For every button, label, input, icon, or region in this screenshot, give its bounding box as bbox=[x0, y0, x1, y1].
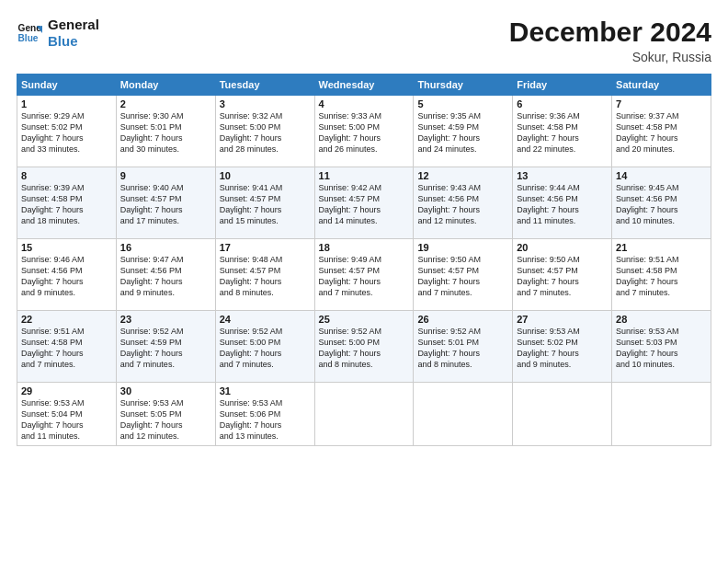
day-number: 20 bbox=[517, 242, 608, 253]
day-info: Sunrise: 9:47 AM Sunset: 4:56 PM Dayligh… bbox=[120, 254, 211, 299]
calendar-page: General Blue General Blue December 2024 … bbox=[0, 0, 728, 563]
day-number: 7 bbox=[616, 98, 707, 109]
day-number: 19 bbox=[417, 242, 508, 253]
day-info: Sunrise: 9:52 AM Sunset: 5:00 PM Dayligh… bbox=[220, 326, 311, 371]
day-number: 4 bbox=[319, 98, 410, 109]
day-number: 26 bbox=[417, 314, 508, 325]
calendar-cell: 12Sunrise: 9:43 AM Sunset: 4:56 PM Dayli… bbox=[414, 167, 513, 239]
calendar-cell: 4Sunrise: 9:33 AM Sunset: 5:00 PM Daylig… bbox=[314, 96, 414, 167]
day-number: 25 bbox=[319, 314, 410, 325]
day-number: 18 bbox=[319, 242, 410, 253]
day-info: Sunrise: 9:49 AM Sunset: 4:57 PM Dayligh… bbox=[319, 254, 410, 299]
month-title: December 2024 bbox=[509, 17, 711, 48]
day-info: Sunrise: 9:40 AM Sunset: 4:57 PM Dayligh… bbox=[120, 182, 211, 227]
day-info: Sunrise: 9:44 AM Sunset: 4:56 PM Dayligh… bbox=[517, 182, 608, 227]
logo-blue: Blue bbox=[48, 33, 99, 50]
day-number: 9 bbox=[120, 170, 211, 181]
calendar-cell bbox=[513, 383, 612, 446]
day-info: Sunrise: 9:37 AM Sunset: 4:58 PM Dayligh… bbox=[616, 110, 707, 155]
calendar-cell: 11Sunrise: 9:42 AM Sunset: 4:57 PM Dayli… bbox=[314, 167, 414, 239]
calendar-cell: 22Sunrise: 9:51 AM Sunset: 4:58 PM Dayli… bbox=[17, 311, 117, 383]
weekday-thursday: Thursday bbox=[414, 75, 513, 96]
week-row-4: 22Sunrise: 9:51 AM Sunset: 4:58 PM Dayli… bbox=[17, 311, 711, 383]
day-number: 16 bbox=[120, 242, 211, 253]
day-info: Sunrise: 9:52 AM Sunset: 4:59 PM Dayligh… bbox=[120, 326, 211, 371]
calendar-cell: 26Sunrise: 9:52 AM Sunset: 5:01 PM Dayli… bbox=[414, 311, 513, 383]
calendar-cell: 17Sunrise: 9:48 AM Sunset: 4:57 PM Dayli… bbox=[215, 239, 314, 311]
logo: General Blue General Blue bbox=[17, 17, 99, 50]
calendar-cell: 9Sunrise: 9:40 AM Sunset: 4:57 PM Daylig… bbox=[116, 167, 215, 239]
calendar-cell: 31Sunrise: 9:53 AM Sunset: 5:06 PM Dayli… bbox=[215, 383, 314, 446]
day-info: Sunrise: 9:29 AM Sunset: 5:02 PM Dayligh… bbox=[21, 110, 112, 155]
weekday-tuesday: Tuesday bbox=[215, 75, 314, 96]
day-info: Sunrise: 9:53 AM Sunset: 5:05 PM Dayligh… bbox=[120, 397, 211, 442]
day-info: Sunrise: 9:41 AM Sunset: 4:57 PM Dayligh… bbox=[220, 182, 311, 227]
day-number: 2 bbox=[120, 98, 211, 109]
location: Sokur, Russia bbox=[509, 50, 711, 64]
day-number: 31 bbox=[220, 385, 311, 396]
header: General Blue General Blue December 2024 … bbox=[17, 17, 711, 64]
logo-icon: General Blue bbox=[17, 20, 42, 46]
day-info: Sunrise: 9:46 AM Sunset: 4:56 PM Dayligh… bbox=[21, 254, 112, 299]
calendar-cell: 18Sunrise: 9:49 AM Sunset: 4:57 PM Dayli… bbox=[314, 239, 414, 311]
calendar-cell: 6Sunrise: 9:36 AM Sunset: 4:58 PM Daylig… bbox=[513, 96, 612, 167]
day-info: Sunrise: 9:53 AM Sunset: 5:02 PM Dayligh… bbox=[517, 326, 608, 371]
svg-text:Blue: Blue bbox=[18, 33, 39, 43]
calendar-cell: 14Sunrise: 9:45 AM Sunset: 4:56 PM Dayli… bbox=[612, 167, 711, 239]
day-number: 29 bbox=[21, 385, 112, 396]
weekday-header-row: SundayMondayTuesdayWednesdayThursdayFrid… bbox=[17, 75, 711, 96]
calendar-cell: 29Sunrise: 9:53 AM Sunset: 5:04 PM Dayli… bbox=[17, 383, 117, 446]
day-info: Sunrise: 9:53 AM Sunset: 5:06 PM Dayligh… bbox=[220, 397, 311, 442]
day-info: Sunrise: 9:39 AM Sunset: 4:58 PM Dayligh… bbox=[21, 182, 112, 227]
day-info: Sunrise: 9:35 AM Sunset: 4:59 PM Dayligh… bbox=[417, 110, 508, 155]
calendar-cell: 2Sunrise: 9:30 AM Sunset: 5:01 PM Daylig… bbox=[116, 96, 215, 167]
day-info: Sunrise: 9:50 AM Sunset: 4:57 PM Dayligh… bbox=[417, 254, 508, 299]
calendar-table: SundayMondayTuesdayWednesdayThursdayFrid… bbox=[17, 74, 711, 446]
day-number: 8 bbox=[21, 170, 112, 181]
calendar-cell: 10Sunrise: 9:41 AM Sunset: 4:57 PM Dayli… bbox=[215, 167, 314, 239]
calendar-cell: 21Sunrise: 9:51 AM Sunset: 4:58 PM Dayli… bbox=[612, 239, 711, 311]
day-number: 10 bbox=[220, 170, 311, 181]
day-number: 5 bbox=[417, 98, 508, 109]
calendar-cell: 27Sunrise: 9:53 AM Sunset: 5:02 PM Dayli… bbox=[513, 311, 612, 383]
calendar-cell: 20Sunrise: 9:50 AM Sunset: 4:57 PM Dayli… bbox=[513, 239, 612, 311]
day-number: 14 bbox=[616, 170, 707, 181]
day-info: Sunrise: 9:33 AM Sunset: 5:00 PM Dayligh… bbox=[319, 110, 410, 155]
day-info: Sunrise: 9:45 AM Sunset: 4:56 PM Dayligh… bbox=[616, 182, 707, 227]
day-number: 30 bbox=[120, 385, 211, 396]
day-info: Sunrise: 9:52 AM Sunset: 5:00 PM Dayligh… bbox=[319, 326, 410, 371]
day-info: Sunrise: 9:51 AM Sunset: 4:58 PM Dayligh… bbox=[616, 254, 707, 299]
calendar-cell: 7Sunrise: 9:37 AM Sunset: 4:58 PM Daylig… bbox=[612, 96, 711, 167]
calendar-cell bbox=[414, 383, 513, 446]
day-info: Sunrise: 9:53 AM Sunset: 5:03 PM Dayligh… bbox=[616, 326, 707, 371]
calendar-cell bbox=[612, 383, 711, 446]
calendar-cell: 13Sunrise: 9:44 AM Sunset: 4:56 PM Dayli… bbox=[513, 167, 612, 239]
week-row-1: 1Sunrise: 9:29 AM Sunset: 5:02 PM Daylig… bbox=[17, 96, 711, 167]
day-number: 17 bbox=[220, 242, 311, 253]
calendar-cell: 23Sunrise: 9:52 AM Sunset: 4:59 PM Dayli… bbox=[116, 311, 215, 383]
week-row-3: 15Sunrise: 9:46 AM Sunset: 4:56 PM Dayli… bbox=[17, 239, 711, 311]
calendar-cell: 1Sunrise: 9:29 AM Sunset: 5:02 PM Daylig… bbox=[17, 96, 117, 167]
logo-general: General bbox=[48, 17, 99, 33]
calendar-cell: 8Sunrise: 9:39 AM Sunset: 4:58 PM Daylig… bbox=[17, 167, 117, 239]
weekday-monday: Monday bbox=[116, 75, 215, 96]
calendar-cell: 30Sunrise: 9:53 AM Sunset: 5:05 PM Dayli… bbox=[116, 383, 215, 446]
weekday-sunday: Sunday bbox=[17, 75, 117, 96]
day-number: 28 bbox=[616, 314, 707, 325]
calendar-cell: 16Sunrise: 9:47 AM Sunset: 4:56 PM Dayli… bbox=[116, 239, 215, 311]
calendar-cell: 5Sunrise: 9:35 AM Sunset: 4:59 PM Daylig… bbox=[414, 96, 513, 167]
day-number: 15 bbox=[21, 242, 112, 253]
weekday-saturday: Saturday bbox=[612, 75, 711, 96]
day-info: Sunrise: 9:36 AM Sunset: 4:58 PM Dayligh… bbox=[517, 110, 608, 155]
calendar-cell: 28Sunrise: 9:53 AM Sunset: 5:03 PM Dayli… bbox=[612, 311, 711, 383]
day-number: 21 bbox=[616, 242, 707, 253]
day-number: 6 bbox=[517, 98, 608, 109]
day-number: 11 bbox=[319, 170, 410, 181]
calendar-cell bbox=[314, 383, 414, 446]
calendar-cell: 15Sunrise: 9:46 AM Sunset: 4:56 PM Dayli… bbox=[17, 239, 117, 311]
day-number: 13 bbox=[517, 170, 608, 181]
day-number: 1 bbox=[21, 98, 112, 109]
day-number: 24 bbox=[220, 314, 311, 325]
calendar-cell: 3Sunrise: 9:32 AM Sunset: 5:00 PM Daylig… bbox=[215, 96, 314, 167]
day-number: 3 bbox=[220, 98, 311, 109]
